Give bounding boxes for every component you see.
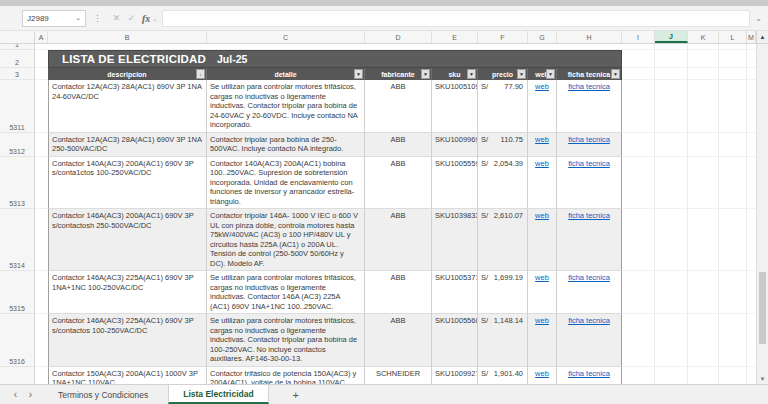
cell-descripcion[interactable]: Contactor 140A(AC3) 200A(AC1) 690V 3P s/… [48, 157, 207, 210]
cell-sku[interactable]: SKU1005560 [432, 314, 478, 367]
cell-colA[interactable] [35, 209, 48, 271]
column-header-C[interactable]: C [207, 31, 365, 43]
column-header-E[interactable]: E [432, 31, 478, 43]
ficha-link[interactable]: ficha tecnica [568, 135, 610, 144]
row-header[interactable]: 5311 [0, 80, 35, 133]
cell-web[interactable]: web [528, 80, 557, 133]
tab-terminos-y-condiciones[interactable]: Terminos y Condiciones [38, 385, 168, 404]
formula-input[interactable] [162, 10, 750, 27]
insert-function-icon[interactable]: fx [142, 13, 150, 24]
cell-fabricante[interactable]: ABB [365, 271, 432, 314]
cell-precio[interactable]: S/ 110.75 [478, 133, 528, 157]
cell-precio[interactable]: S/ 77.90 [478, 80, 528, 133]
ficha-link[interactable]: ficha tecnica [568, 159, 610, 168]
column-header-D[interactable]: D [365, 31, 432, 43]
cell-ficha[interactable]: ficha tecnica [557, 80, 622, 133]
cell-fabricante[interactable]: ABB [365, 133, 432, 157]
column-header-H[interactable]: H [557, 31, 622, 43]
web-filter-icon[interactable]: ▼ [546, 69, 555, 79]
cell-colA[interactable] [35, 367, 48, 385]
cell-web[interactable]: web [528, 314, 557, 367]
cell-precio[interactable]: S/ 2,610.07 [478, 209, 528, 271]
row-header-2[interactable]: 2 [0, 50, 35, 68]
header-fabricante[interactable]: fabricante ▼ [365, 68, 432, 80]
cell-precio[interactable]: S/ 1,699.19 [478, 271, 528, 314]
row-fill[interactable] [622, 157, 756, 210]
cell-descripcion[interactable]: Contactor 150A(AC3) 200A(AC1) 1000V 3P 1… [48, 367, 207, 385]
cell-colA[interactable] [35, 133, 48, 157]
row-fill[interactable] [622, 271, 756, 314]
row-header-3[interactable]: 3 [0, 68, 35, 80]
cell-web[interactable]: web [528, 209, 557, 271]
detalle-filter-icon[interactable]: ▼ [354, 69, 363, 79]
cell-colA[interactable] [35, 314, 48, 367]
cell-web[interactable]: web [528, 157, 557, 210]
cell-fabricante[interactable]: SCHNEIDER [365, 367, 432, 385]
cell-colA[interactable] [35, 80, 48, 133]
cell-sku[interactable]: SKU1005371 [432, 271, 478, 314]
cell-fabricante[interactable]: ABB [365, 157, 432, 210]
add-sheet-icon[interactable]: + [285, 385, 307, 404]
cell-fabricante[interactable]: ABB [365, 314, 432, 367]
row-header[interactable]: 5317 [0, 367, 35, 385]
cell-ficha[interactable]: ficha tecnica [557, 314, 622, 367]
cell-ficha[interactable]: ficha tecnica [557, 367, 622, 385]
precio-filter-icon[interactable]: ▼ [517, 69, 526, 79]
cell-a2[interactable] [35, 50, 48, 68]
tab-lista-electricidad[interactable]: Lista Electricidad [168, 385, 268, 404]
scroll-up-icon[interactable]: ▲ [756, 31, 768, 43]
cell-descripcion[interactable]: Contactor 12A(AC3) 28A(AC1) 690V 3P 1NA … [48, 80, 207, 133]
cell-web[interactable]: web [528, 367, 557, 385]
ficha-link[interactable]: ficha tecnica [568, 211, 610, 220]
cell-sku[interactable]: SKU1039833 [432, 209, 478, 271]
cell-sku[interactable]: SKU1005559 [432, 157, 478, 210]
cell-descripcion[interactable]: Contactor 12A(AC3) 28A(AC1) 690V 3P 1NA … [48, 133, 207, 157]
row-fill[interactable] [622, 80, 756, 133]
cell-colA[interactable] [35, 157, 48, 210]
cell-detalle[interactable]: Se utilizan para controlar motores trifá… [207, 271, 365, 314]
ficha-link[interactable]: ficha tecnica [568, 316, 610, 325]
prev-sheet-icon[interactable]: ‹ [8, 385, 23, 404]
web-link[interactable]: web [535, 82, 549, 91]
row-2-fill[interactable] [622, 50, 756, 68]
cell-sku[interactable]: SKU1009969 [432, 133, 478, 157]
row-3-fill[interactable] [622, 68, 756, 80]
cell-fabricante[interactable]: ABB [365, 209, 432, 271]
web-link[interactable]: web [535, 211, 549, 220]
cell-web[interactable]: web [528, 133, 557, 157]
cell-a3[interactable] [35, 68, 48, 80]
row-header[interactable]: 5312 [0, 133, 35, 157]
scrollbar-thumb[interactable] [759, 272, 766, 344]
web-link[interactable]: web [535, 273, 549, 282]
header-ficha-tecnica[interactable]: ficha tecnica ▼ [557, 68, 622, 80]
cell-sku[interactable]: SKU1009927 [432, 367, 478, 385]
ficha-link[interactable]: ficha tecnica [568, 273, 610, 282]
web-link[interactable]: web [535, 369, 549, 378]
ficha-filter-icon[interactable]: ▼ [611, 69, 620, 79]
row-fill[interactable] [622, 209, 756, 271]
row-fill[interactable] [622, 367, 756, 385]
cell-ficha[interactable]: ficha tecnica [557, 209, 622, 271]
cell-colA[interactable] [35, 271, 48, 314]
cancel-entry-icon[interactable]: ✕ [109, 13, 124, 23]
header-descripcion[interactable]: descripcion ↓ [48, 68, 207, 80]
web-link[interactable]: web [535, 135, 549, 144]
header-sku[interactable]: sku ▼ [432, 68, 478, 80]
cell-detalle[interactable]: Contactor tripolar para bobina de 250-50… [207, 133, 365, 157]
column-header-F[interactable]: F [478, 31, 528, 43]
column-header-J-selected[interactable]: J [655, 31, 688, 43]
sku-filter-icon[interactable]: ▼ [467, 69, 476, 79]
column-header-A[interactable]: A [35, 31, 48, 43]
vertical-scrollbar[interactable]: ▼ [756, 44, 768, 384]
cell-detalle[interactable]: Contactor tripolar 146A- 1000 V IEC o 60… [207, 209, 365, 271]
row-header[interactable]: 5316 [0, 314, 35, 367]
next-sheet-icon[interactable]: › [23, 385, 38, 404]
select-all-corner[interactable] [0, 31, 35, 43]
cell-precio[interactable]: S/ 1,901.40 [478, 367, 528, 385]
column-header-I[interactable]: I [622, 31, 655, 43]
title-band[interactable]: LISTA DE ELECTRICIDAD Jul-25 [48, 50, 622, 68]
row-fill[interactable] [622, 133, 756, 157]
descripcion-sort-filter-icon[interactable]: ↓ [196, 69, 205, 79]
header-detalle[interactable]: detalle ▼ [207, 68, 365, 80]
header-precio[interactable]: precio ▼ [478, 68, 528, 80]
